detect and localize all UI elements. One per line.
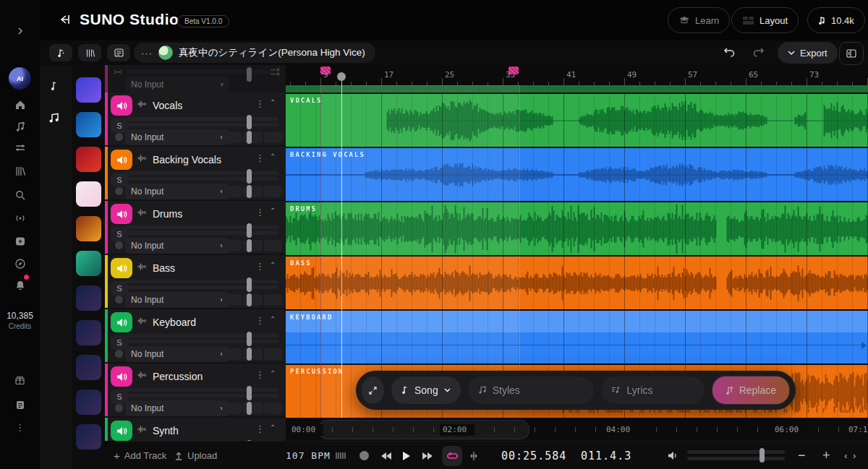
track-menu-icon[interactable]: ⋮ <box>255 423 265 434</box>
upload-button[interactable]: Upload <box>174 442 217 469</box>
fast-forward-button[interactable] <box>422 442 433 469</box>
track-menu-icon[interactable]: ⋮ <box>255 261 265 272</box>
input-select[interactable]: No Input▾ <box>125 77 229 92</box>
metronome-icon[interactable] <box>335 442 346 469</box>
panel-toggle-button[interactable] <box>839 42 864 65</box>
follow-playhead-icon[interactable] <box>469 442 479 469</box>
song-artwork-thumbnail[interactable] <box>76 112 101 137</box>
track-row-synth[interactable]: Synth⋮⌃SNo Input▾ <box>105 418 286 441</box>
volume-thumb[interactable] <box>247 332 252 346</box>
pan-thumb[interactable] <box>247 293 252 306</box>
mute-button[interactable] <box>111 204 132 224</box>
replace-button[interactable]: Replace <box>712 376 790 405</box>
track-collapse-icon[interactable]: ⌃ <box>270 98 276 106</box>
add-track-button[interactable]: + Add Track <box>114 442 166 469</box>
track-collapse-icon[interactable]: ⌃ <box>270 369 276 377</box>
tab-stems[interactable] <box>78 44 101 61</box>
track-menu-icon[interactable]: ⋮ <box>255 152 265 163</box>
tab-lyrics-list[interactable] <box>107 44 130 61</box>
more-menu-icon[interactable]: ⋮ <box>0 418 40 436</box>
playhead-line[interactable] <box>341 72 342 418</box>
song-artwork-thumbnail[interactable] <box>76 147 101 172</box>
mute-button[interactable] <box>111 258 132 278</box>
song-artwork-thumbnail[interactable] <box>76 251 101 276</box>
track-row-vocals[interactable]: Vocals⋮⌃SNo Input▾ <box>105 92 286 145</box>
radio-icon[interactable] <box>0 209 40 228</box>
song-artwork-thumbnail[interactable] <box>76 285 101 311</box>
song-artwork-thumbnail[interactable] <box>76 181 101 207</box>
loop-region-overlay[interactable] <box>320 85 520 418</box>
record-arm-dot[interactable] <box>115 296 123 304</box>
video-icon[interactable] <box>0 232 40 251</box>
volume-slider[interactable] <box>125 280 278 283</box>
song-artwork-thumbnail[interactable] <box>76 355 101 380</box>
playhead-knob[interactable] <box>337 72 346 81</box>
record-arm-dot[interactable] <box>115 187 123 195</box>
pan-thumb[interactable] <box>247 348 252 361</box>
layout-button[interactable]: Layout <box>731 7 799 33</box>
zoom-in-button[interactable]: + <box>822 442 830 469</box>
gift-icon[interactable] <box>0 370 40 389</box>
create-music-icon[interactable] <box>0 117 40 136</box>
track-row-drums[interactable]: Drums⋮⌃SNo Input▾ <box>105 201 286 254</box>
song-artwork-thumbnail[interactable] <box>76 390 101 415</box>
track-menu-icon[interactable]: ⋮ <box>255 315 265 326</box>
track-collapse-icon[interactable]: ⌃ <box>270 207 276 215</box>
document-icon[interactable] <box>0 395 40 414</box>
volume-slider[interactable] <box>125 117 278 121</box>
export-button[interactable]: Export <box>778 42 838 64</box>
styles-input[interactable]: Styles <box>468 377 595 404</box>
input-select[interactable]: No Input▾ <box>125 346 229 362</box>
viewport-scrollbar-thumb[interactable] <box>318 420 529 439</box>
search-icon[interactable] <box>0 186 40 205</box>
mute-button[interactable] <box>111 150 132 170</box>
record-arm-dot[interactable] <box>115 350 123 358</box>
bpm-display[interactable]: 107 BPM <box>286 442 331 469</box>
pan-thumb[interactable] <box>247 402 252 415</box>
project-menu-ellipsis[interactable]: ··· <box>141 48 153 59</box>
zoom-out-button[interactable]: − <box>798 442 806 469</box>
waveform-lanes[interactable]: VOCALSBACKING VOCALSDRUMSBASSKEYBOARDPER… <box>286 85 868 418</box>
track-row-backing-vocals[interactable]: Backing Vocals⋮⌃SNo Input▾ <box>105 147 286 199</box>
master-volume-slider[interactable] <box>687 442 785 469</box>
sidebar-expand-icon[interactable] <box>0 22 40 40</box>
loop-toggle-active[interactable] <box>442 442 462 469</box>
input-select[interactable]: No Input▾ <box>125 184 229 199</box>
master-volume-icon[interactable] <box>668 442 678 469</box>
time-ruler[interactable]: 00:0002:0004:0006:0007:11 <box>286 418 868 440</box>
volume-thumb[interactable] <box>247 115 252 129</box>
library-icon[interactable] <box>0 162 40 181</box>
volume-slider[interactable] <box>125 334 278 337</box>
lyrics-input[interactable]: Lyrics <box>601 377 704 404</box>
input-select[interactable]: No Input▾ <box>125 238 229 254</box>
explore-icon[interactable] <box>0 254 40 273</box>
volume-thumb[interactable] <box>247 223 252 238</box>
song-artwork-thumbnail[interactable] <box>76 77 101 103</box>
volume-thumb[interactable] <box>247 169 252 184</box>
input-select[interactable]: No Input▾ <box>125 129 229 145</box>
record-button[interactable] <box>359 442 369 469</box>
track-menu-icon[interactable]: ⋮ <box>255 98 265 109</box>
redo-button[interactable] <box>752 46 765 57</box>
rewind-button[interactable] <box>380 442 392 469</box>
mute-button[interactable] <box>111 95 132 116</box>
expand-toolbar-button[interactable] <box>362 377 384 404</box>
pan-thumb[interactable] <box>247 185 252 198</box>
play-button[interactable] <box>402 442 411 469</box>
input-select[interactable]: No Input▾ <box>125 400 229 416</box>
notifications-bell-icon[interactable] <box>0 276 40 295</box>
mute-button[interactable] <box>111 421 132 441</box>
user-avatar[interactable]: AI <box>9 67 31 90</box>
double-note-icon[interactable] <box>48 113 60 124</box>
mute-button[interactable] <box>111 366 132 387</box>
track-row-bass[interactable]: Bass⋮⌃SNo Input▾ <box>105 255 286 308</box>
bar-ruler[interactable]: 91725334149576573 <box>286 65 868 85</box>
pan-thumb[interactable] <box>247 131 252 144</box>
song-mode-dropdown[interactable]: Song <box>391 377 461 404</box>
song-artwork-thumbnail[interactable] <box>76 424 101 449</box>
project-title-pill[interactable]: ··· 真夜中のシティライン(Persona High Vice) <box>134 43 375 63</box>
volume-slider[interactable] <box>125 388 278 392</box>
song-artwork-thumbnail[interactable] <box>76 320 101 345</box>
track-collapse-icon[interactable]: ⌃ <box>270 261 276 269</box>
track-menu-icon[interactable]: ⋮ <box>255 369 265 380</box>
